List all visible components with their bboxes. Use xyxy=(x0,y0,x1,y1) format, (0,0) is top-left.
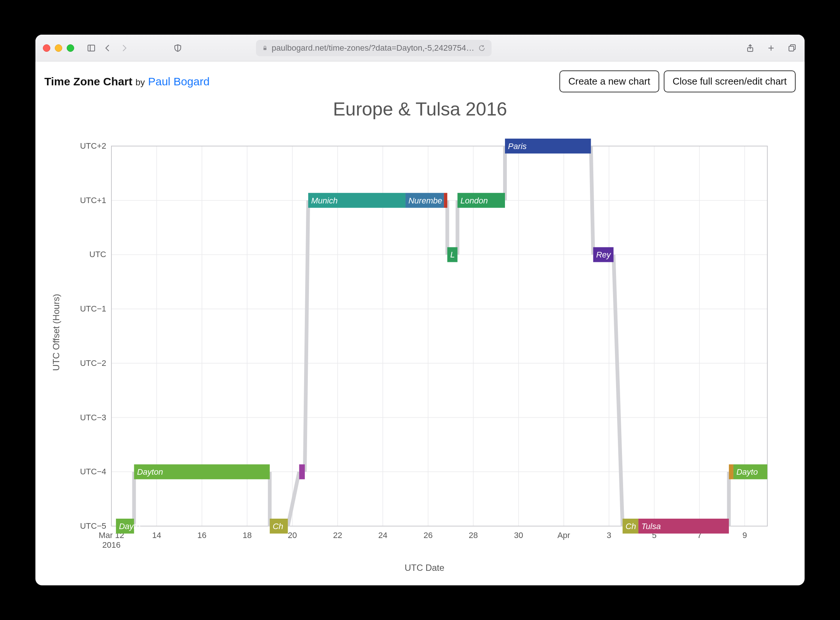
shield-icon[interactable] xyxy=(173,43,183,53)
y-tick-label: UTC−1 xyxy=(80,304,106,313)
bar-label: Dayton xyxy=(137,467,163,477)
x-tick-label: 18 xyxy=(242,531,251,540)
header-buttons: Create a new chart Close full screen/edi… xyxy=(559,71,796,92)
page-title: Time Zone Chart by Paul Bogard xyxy=(44,75,209,88)
svg-line-42 xyxy=(613,254,622,526)
svg-rect-3 xyxy=(263,48,266,50)
x-tick-label: 22 xyxy=(333,531,342,540)
bar-Tulsa[interactable]: Tulsa xyxy=(638,519,729,534)
author-link[interactable]: Paul Bogard xyxy=(148,75,209,87)
x-tick-label: 26 xyxy=(423,531,432,540)
y-tick-label: UTC+2 xyxy=(80,141,106,150)
share-icon[interactable] xyxy=(745,43,756,53)
x-tick-label: 2016 xyxy=(102,540,121,549)
new-tab-icon[interactable] xyxy=(766,43,776,53)
by-label: by xyxy=(135,77,145,87)
svg-rect-0 xyxy=(88,45,95,51)
zoom-window-icon[interactable] xyxy=(67,44,74,52)
x-tick-label: 14 xyxy=(152,531,161,540)
url-text: paulbogard.net/time-zones/?data=Dayton,-… xyxy=(272,43,474,53)
bar-Ch[interactable]: Ch xyxy=(270,519,288,534)
x-tick-label: 20 xyxy=(288,531,297,540)
create-chart-button[interactable]: Create a new chart xyxy=(559,71,659,92)
chart-svg: UTC+2UTC+1UTCUTC−1UTC−2UTC−3UTC−4UTC−5Ma… xyxy=(44,124,796,578)
x-tick-label: Apr xyxy=(557,531,570,540)
page-header: Time Zone Chart by Paul Bogard Create a … xyxy=(44,71,796,92)
back-icon[interactable] xyxy=(102,43,113,53)
bar-segment[interactable] xyxy=(299,464,305,479)
lock-icon xyxy=(262,45,268,51)
bar-label: Paris xyxy=(508,141,527,151)
y-tick-label: UTC−2 xyxy=(80,358,106,368)
page-content: Time Zone Chart by Paul Bogard Create a … xyxy=(35,62,805,578)
svg-rect-7 xyxy=(789,46,794,51)
bar-Nurembe[interactable]: Nurembe xyxy=(405,193,444,208)
window-controls xyxy=(43,44,74,52)
reload-icon[interactable] xyxy=(478,44,486,52)
x-tick-label: 16 xyxy=(197,531,206,540)
bar-label: Nurembe xyxy=(408,196,442,205)
browser-titlebar: paulbogard.net/time-zones/?data=Dayton,-… xyxy=(35,35,805,62)
tabs-overview-icon[interactable] xyxy=(787,43,797,53)
bar-Dayton[interactable]: Dayton xyxy=(134,464,270,479)
svg-rect-52 xyxy=(444,193,447,208)
browser-window: paulbogard.net/time-zones/?data=Dayton,-… xyxy=(35,35,805,585)
chart-title: Europe & Tulsa 2016 xyxy=(44,98,796,120)
bar-London[interactable]: London xyxy=(458,193,505,208)
bar-Paris[interactable]: Paris xyxy=(505,138,591,153)
y-tick-label: UTC xyxy=(89,250,106,259)
bar-label: Dayto xyxy=(119,522,140,531)
x-tick-label: 3 xyxy=(607,531,611,540)
bar-label: Tulsa xyxy=(641,522,661,531)
x-axis-label: UTC Date xyxy=(405,563,445,573)
chart: Europe & Tulsa 2016 UTC+2UTC+1UTCUTC−1UT… xyxy=(44,98,796,578)
bar-label: London xyxy=(461,196,488,205)
x-tick-label: 24 xyxy=(378,531,387,540)
bar-label: Ch xyxy=(626,522,636,531)
bar-Rey[interactable]: Rey xyxy=(593,247,614,262)
bar-Ch[interactable]: Ch xyxy=(623,519,638,534)
svg-line-35 xyxy=(305,200,308,472)
bar-label: Ch xyxy=(273,522,283,531)
sidebar-toggle-icon[interactable] xyxy=(86,43,96,53)
titlebar-right xyxy=(745,43,797,53)
x-tick-label: 9 xyxy=(742,531,747,540)
address-bar[interactable]: paulbogard.net/time-zones/?data=Dayton,-… xyxy=(256,40,492,56)
y-axis-label: UTC Offset (Hours) xyxy=(51,294,61,371)
bar-label: Dayto xyxy=(736,467,758,477)
y-tick-label: UTC−5 xyxy=(80,521,106,531)
bar-segment[interactable] xyxy=(729,464,733,479)
forward-icon xyxy=(119,43,129,53)
bar-Munich[interactable]: Munich xyxy=(308,193,405,208)
x-tick-label: 28 xyxy=(469,531,478,540)
bar-segment[interactable] xyxy=(444,193,447,208)
bar-L[interactable]: L xyxy=(447,247,457,262)
svg-line-34 xyxy=(288,472,299,526)
minimize-window-icon[interactable] xyxy=(55,44,62,52)
svg-line-41 xyxy=(591,146,593,254)
close-window-icon[interactable] xyxy=(43,44,50,52)
bar-label: L xyxy=(450,250,455,259)
bar-Dayto[interactable]: Dayto xyxy=(733,464,767,479)
bar-label: Rey xyxy=(596,250,611,259)
svg-rect-59 xyxy=(729,464,733,479)
bar-Dayto[interactable]: Dayto xyxy=(116,519,140,534)
title-strong: Time Zone Chart xyxy=(44,75,132,87)
y-tick-label: UTC+1 xyxy=(80,196,106,205)
svg-rect-49 xyxy=(299,464,305,479)
y-tick-label: UTC−4 xyxy=(80,467,106,476)
x-tick-label: 30 xyxy=(514,531,523,540)
close-fullscreen-button[interactable]: Close full screen/edit chart xyxy=(664,71,796,92)
bar-label: Munich xyxy=(311,196,338,205)
y-tick-label: UTC−3 xyxy=(80,413,106,422)
